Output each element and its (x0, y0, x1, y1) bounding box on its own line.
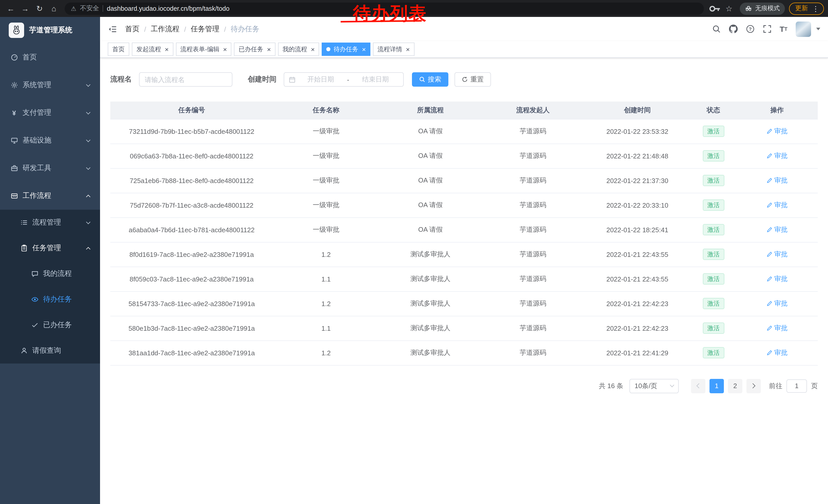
tab-close-icon[interactable]: × (165, 46, 169, 53)
approve-label: 审批 (774, 225, 787, 234)
workflow-icon (10, 192, 18, 200)
approve-link[interactable]: 审批 (767, 225, 787, 234)
breadcrumb-item[interactable]: 工作流程 (151, 25, 179, 34)
status-badge: 激活 (703, 347, 724, 358)
task-icon (20, 244, 28, 252)
app-logo[interactable]: 芋道管理系统 (0, 17, 100, 44)
bookmark-star-icon[interactable]: ☆ (722, 2, 736, 15)
sidebar-item-workflow[interactable]: 工作流程 (0, 182, 100, 210)
tab-1[interactable]: 发起流程× (132, 43, 173, 56)
cell-create-time: 2022-01-21 22:43:55 (584, 242, 691, 267)
sidebar-item-home[interactable]: 首页 (0, 44, 100, 71)
font-size-icon[interactable]: TT (780, 25, 787, 33)
search-icon[interactable] (712, 25, 720, 33)
status-badge: 激活 (703, 199, 724, 211)
dashboard-icon (10, 54, 18, 61)
tab-3[interactable]: 已办任务× (234, 43, 275, 56)
tab-0[interactable]: 首页 (108, 43, 129, 56)
tab-close-icon[interactable]: × (311, 46, 315, 53)
page-size-select[interactable]: 10条/页 (629, 379, 679, 393)
toolbox-icon (10, 164, 18, 172)
sidebar-item-payment[interactable]: ¥支付管理 (0, 99, 100, 127)
cell-task-name: 一级审批 (273, 119, 379, 144)
prev-page-button[interactable] (691, 379, 705, 393)
chevron-left-icon (696, 383, 702, 388)
goto-page-input[interactable] (786, 379, 807, 393)
sidebar-item-system[interactable]: 系统管理 (0, 71, 100, 99)
menu-kebab-icon[interactable]: ⋮ (811, 4, 821, 12)
table-row: 069c6a63-7b8a-11ec-8ef0-acde48001122一级审批… (110, 144, 818, 168)
cell-process: OA 请假 (379, 168, 482, 193)
approve-label: 审批 (774, 151, 787, 161)
avatar-caret-icon[interactable] (816, 28, 820, 30)
tab-2[interactable]: 流程表单-编辑× (176, 43, 232, 56)
approve-link[interactable]: 审批 (767, 200, 787, 210)
approve-link[interactable]: 审批 (767, 324, 787, 333)
sidebar-item-process-mgmt[interactable]: 流程管理 (0, 210, 100, 235)
approve-link[interactable]: 审批 (767, 127, 787, 136)
chevron-up-icon (86, 194, 90, 199)
page-button-2[interactable]: 2 (728, 379, 742, 393)
update-label: 更新 (795, 4, 808, 13)
approve-link[interactable]: 审批 (767, 274, 787, 283)
sidebar-item-leave-query[interactable]: 请假查询 (0, 338, 100, 364)
approve-link[interactable]: 审批 (767, 151, 787, 161)
breadcrumb-item[interactable]: 首页 (125, 25, 139, 34)
refresh-icon[interactable]: ↻ (33, 2, 46, 15)
tab-close-icon[interactable]: × (267, 46, 271, 53)
sidebar-item-done-task[interactable]: 已办任务 (0, 312, 100, 338)
approve-link[interactable]: 审批 (767, 299, 787, 308)
tab-close-icon[interactable]: × (406, 46, 410, 53)
sidebar-item-my-process[interactable]: 我的流程 (0, 261, 100, 287)
breadcrumb-item[interactable]: 任务管理 (191, 25, 219, 34)
cell-create-time: 2022-01-21 22:42:23 (584, 316, 691, 340)
cell-task-name: 1.2 (273, 242, 379, 267)
tab-label: 发起流程 (136, 45, 161, 54)
sidebar-item-infra[interactable]: 基础设施 (0, 127, 100, 154)
page-button-1[interactable]: 1 (709, 379, 724, 393)
cell-status: 激活 (691, 267, 736, 291)
table-row: a6aba0a4-7b6d-11ec-b781-acde48001122一级审批… (110, 217, 818, 242)
search-button[interactable]: 搜索 (412, 72, 448, 87)
status-badge: 激活 (703, 224, 724, 235)
approve-label: 审批 (774, 200, 787, 210)
approve-link[interactable]: 审批 (767, 176, 787, 185)
update-button[interactable]: 更新 ⋮ (789, 2, 824, 15)
tab-6[interactable]: 流程详情× (373, 43, 414, 56)
tab-close-icon[interactable]: × (223, 46, 227, 53)
approve-link[interactable]: 审批 (767, 348, 787, 357)
tags-view: 首页发起流程×流程表单-编辑×已办任务×我的流程×待办任务×流程详情× (100, 41, 828, 58)
status-badge: 激活 (703, 322, 724, 334)
forward-icon[interactable]: → (18, 2, 32, 15)
table-row: 75d72608-7b7f-11ec-a3c8-acde48001122一级审批… (110, 193, 818, 217)
cell-create-time: 2022-01-21 22:41:29 (584, 340, 691, 365)
reset-button[interactable]: 重置 (455, 72, 491, 87)
approve-link[interactable]: 审批 (767, 250, 787, 259)
sidebar-item-devtools[interactable]: 研发工具 (0, 154, 100, 182)
active-tab-dot (327, 47, 331, 51)
avatar[interactable] (796, 21, 811, 37)
sidebar-item-todo-task[interactable]: 待办任务 (0, 287, 100, 312)
cell-create-time: 2022-01-22 20:33:10 (584, 193, 691, 217)
key-icon[interactable] (708, 2, 721, 15)
home-icon[interactable]: ⌂ (47, 2, 60, 15)
sidebar-item-task-mgmt[interactable]: 任务管理 (0, 235, 100, 261)
help-icon[interactable]: ? (746, 25, 754, 33)
date-range-picker[interactable]: 开始日期 - 结束日期 (284, 72, 404, 87)
cell-action: 审批 (736, 193, 818, 217)
cell-process: OA 请假 (379, 193, 482, 217)
github-icon[interactable] (729, 25, 738, 33)
back-icon[interactable]: ← (4, 2, 17, 15)
tab-5[interactable]: 待办任务× (322, 43, 370, 56)
sidebar-toggle-icon[interactable] (108, 25, 117, 34)
process-name-input[interactable] (139, 72, 233, 87)
table-row: 8f059c03-7ac8-11ec-a9e2-a2380e71991a1.1测… (110, 267, 818, 291)
logo-image (9, 22, 24, 38)
cell-process: 测试多审批人 (379, 316, 482, 340)
edit-pen-icon (767, 202, 773, 208)
tab-4[interactable]: 我的流程× (278, 43, 319, 56)
next-page-button[interactable] (746, 379, 761, 393)
tab-close-icon[interactable]: × (362, 46, 366, 53)
tab-label: 我的流程 (283, 45, 307, 54)
fullscreen-icon[interactable] (762, 25, 771, 33)
